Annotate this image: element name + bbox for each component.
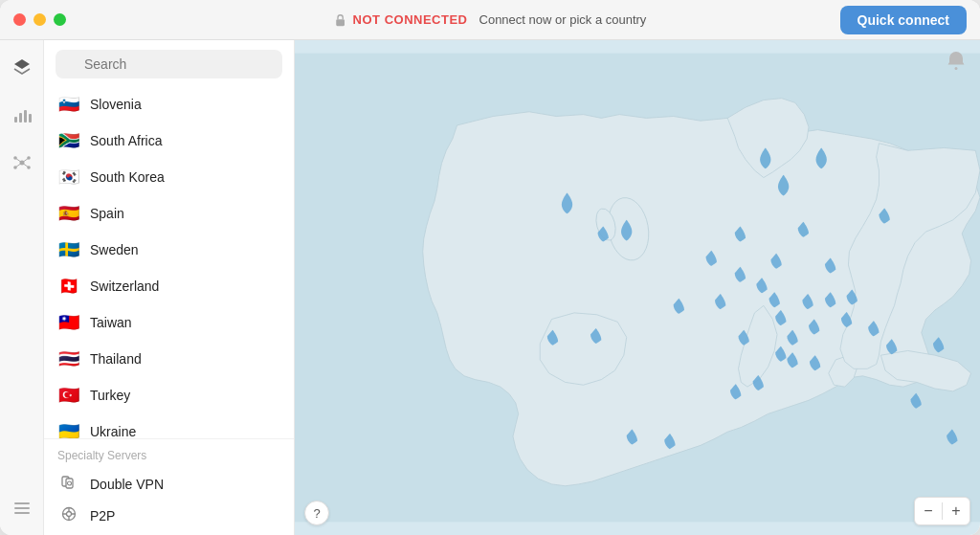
search-input[interactable] [56, 50, 282, 78]
specialty-name: P2P [90, 508, 115, 524]
country-name: Thailand [90, 351, 142, 367]
search-wrapper [56, 50, 282, 78]
list-item[interactable]: 🇺🇦Ukraine [44, 413, 294, 438]
country-name: Turkey [90, 388, 130, 403]
list-item[interactable]: 🇨🇭Switzerland [44, 268, 294, 304]
list-item[interactable]: 🇰🇷South Korea [44, 159, 294, 195]
country-name: Sweden [90, 242, 139, 257]
svg-rect-15 [14, 502, 30, 504]
flag-icon: 🇰🇷 [57, 167, 80, 188]
search-container [44, 40, 294, 86]
double-vpn-icon [61, 475, 77, 490]
app-window: NOT CONNECTED Connect now or pick a coun… [0, 0, 980, 535]
svg-line-11 [15, 158, 22, 163]
titlebar: NOT CONNECTED Connect now or pick a coun… [0, 0, 980, 40]
country-name: Taiwan [90, 315, 132, 330]
specialty-section: Specialty Servers Double VPN P2P [44, 438, 294, 535]
list-item[interactable]: 🇸🇪Sweden [44, 232, 294, 268]
sidebar-item-mesh[interactable] [9, 149, 35, 176]
connect-prompt: Connect now or pick a country [479, 12, 647, 27]
svg-line-12 [22, 158, 29, 163]
country-name: South Korea [90, 169, 165, 185]
p2p-icon [61, 506, 77, 522]
flag-icon: 🇸🇪 [57, 239, 80, 260]
specialty-section-title: Specialty Servers [57, 449, 280, 462]
specialty-list-item[interactable]: P2P [57, 500, 280, 531]
zoom-out-button[interactable]: + [943, 498, 969, 524]
zoom-controls: − + [914, 497, 970, 525]
country-name: Spain [90, 206, 124, 221]
notification-bell[interactable] [946, 50, 967, 75]
svg-rect-16 [14, 507, 30, 509]
flag-icon: 🇪🇸 [57, 203, 80, 224]
status-area: NOT CONNECTED [334, 12, 468, 27]
svg-rect-5 [29, 114, 32, 123]
svg-marker-1 [14, 59, 30, 69]
list-item[interactable]: 🇪🇸Spain [44, 195, 294, 232]
main-content: 🇸🇮Slovenia🇿🇦South Africa🇰🇷South Korea🇪🇸S… [0, 40, 980, 535]
quick-connect-button[interactable]: Quick connect [840, 6, 967, 34]
sidebar-item-menu[interactable] [9, 495, 35, 522]
zoom-in-button[interactable]: − [915, 498, 942, 524]
svg-rect-4 [24, 110, 27, 123]
titlebar-center: NOT CONNECTED Connect now or pick a coun… [334, 12, 647, 27]
list-item[interactable]: 🇹🇭Thailand [44, 341, 294, 377]
flag-icon: 🇿🇦 [57, 130, 80, 151]
country-name: Switzerland [90, 279, 159, 294]
list-item[interactable]: 🇹🇼Taiwan [44, 304, 294, 341]
flag-icon: 🇸🇮 [57, 94, 80, 115]
map-area: ? − + [295, 40, 980, 535]
map-bottom-bar: ? [304, 501, 329, 525]
svg-rect-0 [336, 19, 345, 26]
sidebar-item-stats[interactable] [9, 101, 35, 128]
svg-line-13 [15, 163, 22, 167]
svg-point-33 [955, 67, 958, 70]
connection-status: NOT CONNECTED [353, 12, 468, 27]
left-nav [0, 40, 44, 535]
flag-icon: 🇺🇦 [57, 421, 80, 438]
svg-rect-3 [19, 113, 22, 123]
svg-line-14 [22, 163, 29, 167]
svg-rect-17 [14, 512, 30, 514]
specialty-list-item[interactable]: Double VPN [57, 468, 280, 500]
flag-icon: 🇹🇭 [57, 348, 80, 369]
list-item[interactable]: 🇿🇦South Africa [44, 123, 294, 159]
sidebar: 🇸🇮Slovenia🇿🇦South Africa🇰🇷South Korea🇪🇸S… [44, 40, 295, 535]
flag-icon: 🇹🇷 [57, 385, 80, 406]
maximize-button[interactable] [54, 13, 66, 26]
minimize-button[interactable] [33, 13, 46, 26]
map-svg [295, 40, 980, 535]
flag-icon: 🇹🇼 [57, 312, 80, 333]
country-name: South Africa [90, 133, 163, 148]
list-item[interactable]: 🇹🇷Turkey [44, 377, 294, 413]
lock-icon [334, 13, 347, 27]
list-item[interactable]: 🇸🇮Slovenia [44, 86, 294, 123]
country-name: Slovenia [90, 97, 142, 112]
country-list: 🇸🇮Slovenia🇿🇦South Africa🇰🇷South Korea🇪🇸S… [44, 86, 294, 438]
sidebar-item-layers[interactable] [9, 54, 35, 80]
help-button[interactable]: ? [304, 501, 329, 525]
country-name: Ukraine [90, 424, 136, 438]
flag-icon: 🇨🇭 [57, 276, 80, 297]
specialty-name: Double VPN [90, 477, 164, 492]
svg-rect-2 [14, 117, 17, 123]
close-button[interactable] [13, 13, 26, 26]
svg-point-24 [67, 512, 72, 517]
